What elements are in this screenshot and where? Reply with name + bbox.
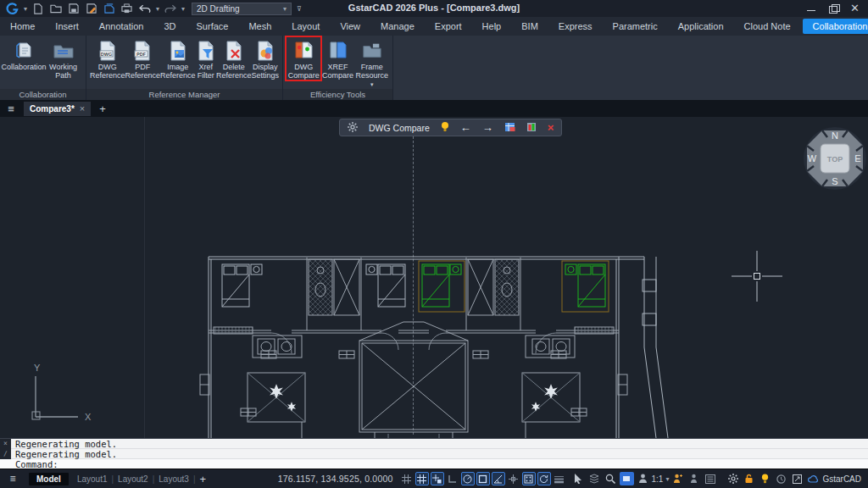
ortho-icon[interactable]: [446, 472, 459, 485]
status-menu-icon[interactable]: ≡: [5, 473, 20, 485]
edit-history-icon[interactable]: ∕: [3, 449, 8, 459]
app-menu-caret-icon[interactable]: ▾: [24, 5, 27, 13]
collaboration-button[interactable]: Collaboration: [3, 37, 44, 71]
new-file-icon[interactable]: [31, 3, 45, 15]
cloud-settings-icon[interactable]: [806, 472, 821, 485]
status-bar: ≡ Model Layout1| Layout2| Layout3| + 176…: [0, 469, 868, 488]
tab-mesh[interactable]: Mesh: [238, 19, 281, 34]
view-cube-south: S: [832, 176, 837, 186]
lock-ui-icon[interactable]: [742, 472, 756, 485]
dwg-compare-button[interactable]: DWG Compare: [287, 37, 320, 80]
previous-difference-icon[interactable]: ←: [460, 122, 471, 133]
export-table-icon[interactable]: [504, 120, 515, 136]
new-layout-button[interactable]: +: [200, 473, 207, 485]
tab-home[interactable]: Home: [0, 19, 45, 34]
tab-parametric[interactable]: Parametric: [603, 19, 668, 34]
pdf-reference-button[interactable]: PDF PDF Reference: [125, 37, 161, 80]
tab-surface[interactable]: Surface: [186, 19, 239, 34]
display-settings-button[interactable]: Display Settings: [251, 37, 279, 80]
open-folder-icon[interactable]: [48, 3, 63, 15]
tab-express[interactable]: Express: [548, 19, 603, 34]
command-line-panel[interactable]: × ∕ Regenerating model. Regenerating mod…: [0, 438, 868, 469]
close-history-icon[interactable]: ×: [3, 439, 8, 449]
layout3-tab[interactable]: Layout3: [159, 474, 189, 484]
selection-cursor-icon[interactable]: [571, 472, 586, 485]
zoom-icon[interactable]: [604, 472, 618, 485]
customize-toolbar-icon[interactable]: ⊽: [297, 5, 302, 13]
clean-screen-icon[interactable]: [790, 472, 804, 485]
next-difference-icon[interactable]: →: [482, 122, 493, 133]
otrack-icon[interactable]: [507, 472, 520, 485]
tab-application[interactable]: Application: [668, 19, 734, 34]
tab-view[interactable]: View: [330, 19, 370, 34]
app-logo-icon[interactable]: [5, 3, 19, 15]
tab-collaboration[interactable]: Collaboration: [803, 19, 868, 34]
frame-resource-button[interactable]: Frame Resource ▾: [355, 37, 389, 88]
auto-annotation-icon[interactable]: [687, 472, 701, 485]
ucs-x-label: X: [85, 412, 92, 422]
grid-snap-icon[interactable]: [415, 472, 429, 485]
redo-icon[interactable]: [163, 3, 177, 15]
bulb-icon[interactable]: [441, 120, 449, 136]
canvas-divider: [144, 117, 145, 438]
lineweight-icon[interactable]: [553, 472, 566, 485]
angle-snap-icon[interactable]: [492, 472, 505, 485]
workspace-switch-icon[interactable]: [620, 472, 634, 485]
save-all-icon[interactable]: [102, 3, 116, 15]
image-reference-button[interactable]: Image Reference: [160, 37, 196, 80]
view-cube-north: N: [832, 130, 838, 141]
object-snap-icon[interactable]: [476, 472, 490, 485]
hardware-acceleration-bulb-icon[interactable]: [758, 472, 772, 485]
tab-3d[interactable]: 3D: [153, 19, 186, 34]
grid-display-icon[interactable]: [400, 472, 414, 485]
tab-cloud-note[interactable]: Cloud Note: [734, 19, 801, 34]
view-cube[interactable]: TOP N E S W: [802, 125, 868, 191]
tab-insert[interactable]: Insert: [45, 19, 89, 34]
tab-close-icon[interactable]: ×: [80, 103, 85, 114]
xref-filter-button[interactable]: Xref Filter: [196, 37, 216, 80]
panel-label-collaboration: Collaboration: [0, 89, 86, 100]
delete-reference-button[interactable]: Delete Reference: [216, 37, 252, 80]
new-document-tab-button[interactable]: +: [99, 103, 106, 115]
close-button[interactable]: ✕: [850, 4, 860, 13]
properties-list-icon[interactable]: [703, 472, 717, 485]
gear-icon[interactable]: [726, 472, 740, 485]
redo-caret-icon[interactable]: ▾: [181, 5, 185, 13]
undo-caret-icon[interactable]: ▾: [156, 5, 159, 13]
undo-icon[interactable]: [137, 3, 152, 15]
restore-button[interactable]: [828, 4, 838, 13]
snap-mode-icon[interactable]: [431, 472, 444, 485]
doc-tab-menu-icon[interactable]: ≡: [3, 103, 19, 115]
polar-tracking-icon[interactable]: [461, 472, 475, 485]
minimize-button[interactable]: [806, 4, 816, 13]
drawing-canvas[interactable]: DWG Compare ← → × TO: [0, 117, 868, 438]
tab-bim[interactable]: BIM: [511, 19, 548, 34]
tab-export[interactable]: Export: [425, 19, 472, 34]
annotation-scale-dropdown[interactable]: 1:1▾: [652, 474, 670, 484]
working-path-button[interactable]: Working Path: [44, 37, 82, 80]
clock-icon[interactable]: [774, 472, 788, 485]
dwg-reference-button[interactable]: DWG DWG Reference: [90, 37, 125, 80]
annotation-monitor-icon[interactable]: [636, 472, 650, 485]
document-tab-compare3[interactable]: Compare3* ×: [24, 102, 91, 116]
save-as-icon[interactable]: [84, 3, 98, 15]
tab-manage[interactable]: Manage: [370, 19, 425, 34]
close-icon[interactable]: ×: [548, 122, 554, 133]
layout1-tab[interactable]: Layout1: [77, 474, 108, 484]
compare-report-icon[interactable]: [526, 120, 537, 136]
xref-compare-button[interactable]: XREF Compare: [320, 37, 354, 80]
osnap-settings-icon[interactable]: [522, 472, 536, 485]
isolate-objects-icon[interactable]: [587, 472, 602, 485]
gear-icon[interactable]: [348, 120, 358, 136]
tab-layout[interactable]: Layout: [281, 19, 330, 34]
workspace-value: 2D Drafting: [197, 4, 240, 14]
tab-annotation[interactable]: Annotation: [89, 19, 154, 34]
plot-icon[interactable]: [120, 3, 134, 15]
save-icon[interactable]: [66, 3, 81, 15]
workspace-dropdown[interactable]: 2D Drafting ▾: [192, 3, 292, 15]
layout2-tab[interactable]: Layout2: [118, 474, 148, 484]
tab-help[interactable]: Help: [472, 19, 512, 34]
cycle-select-icon[interactable]: [537, 472, 551, 485]
model-tab[interactable]: Model: [29, 473, 69, 485]
annotation-visibility-icon[interactable]: [670, 472, 685, 485]
